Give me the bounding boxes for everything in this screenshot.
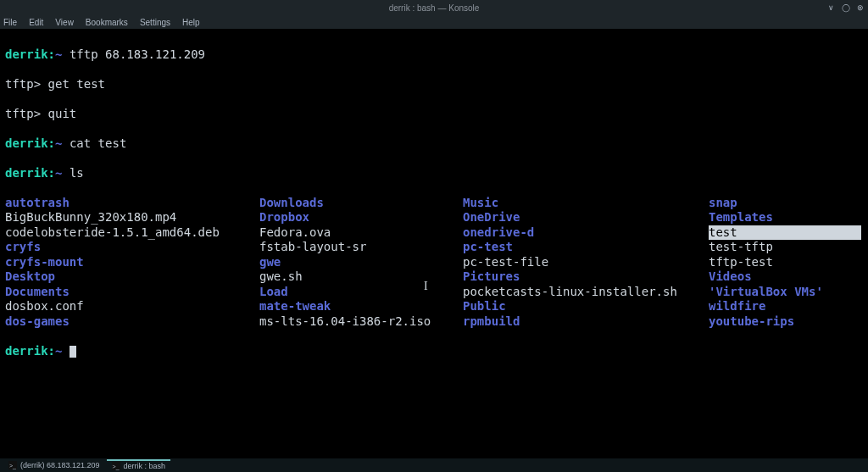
- minimize-icon[interactable]: ∨: [826, 3, 836, 13]
- ls-item: codelobsteride-1.5.1_amd64.deb: [5, 225, 259, 241]
- taskbar-item-bash[interactable]: >_ derrik : bash: [107, 459, 171, 471]
- taskbar-label: derrik : bash: [124, 462, 166, 470]
- terminal-line: derrik:~ tftp 68.183.121.209: [5, 47, 863, 63]
- ls-item: BigBuckBunny_320x180.mp4: [5, 210, 259, 225]
- prompt-sep: :: [48, 47, 55, 61]
- terminal-line: derrik:~: [5, 344, 863, 359]
- ls-item: Downloads: [259, 196, 463, 211]
- prompt-sep: :: [48, 344, 55, 358]
- ls-item: autotrash: [5, 196, 259, 211]
- ls-item: Desktop: [5, 269, 259, 285]
- menu-help[interactable]: Help: [182, 18, 200, 27]
- terminal-line: derrik:~ ls: [5, 166, 863, 181]
- taskbar-label: (derrik) 68.183.121.209: [20, 461, 100, 469]
- text-cursor-icon: I: [424, 280, 428, 293]
- menubar: File Edit View Bookmarks Settings Help: [0, 15, 868, 29]
- ls-item: Templates: [709, 210, 861, 225]
- ls-col-1: autotrashBigBuckBunny_320x180.mp4codelob…: [5, 196, 259, 330]
- ls-item: fstab-layout-sr: [259, 240, 463, 255]
- titlebar: derrik : bash — Konsole ∨ ◯ ⊗: [0, 0, 868, 15]
- ls-item: wildfire: [709, 299, 861, 314]
- ls-item: test-tftp: [709, 240, 861, 255]
- prompt-arrow: [62, 47, 69, 61]
- ls-item: Documents: [5, 285, 259, 300]
- ls-item: dosbox.conf: [5, 299, 259, 314]
- ls-item: tftp-test: [709, 255, 861, 270]
- menu-file[interactable]: File: [3, 18, 17, 27]
- ls-item: ms-lts-16.04-i386-r2.iso: [259, 314, 463, 330]
- taskbar: >_ (derrik) 68.183.121.209 >_ derrik : b…: [0, 458, 868, 472]
- ls-item: mate-tweak: [259, 299, 463, 314]
- terminal-line: tftp> get test: [5, 77, 863, 92]
- ls-item: onedrive-d: [463, 225, 709, 241]
- ls-item: gwe: [259, 255, 463, 270]
- ls-item: dos-games: [5, 314, 259, 330]
- ls-item: Pictures: [463, 269, 709, 285]
- menu-settings[interactable]: Settings: [140, 18, 170, 27]
- ls-item: pc-test-file: [463, 255, 709, 270]
- maximize-icon[interactable]: ◯: [841, 3, 850, 13]
- prompt-arrow: [62, 344, 69, 358]
- prompt-user: derrik: [5, 166, 48, 180]
- ls-item: Videos: [709, 269, 861, 285]
- terminal-icon: >_: [8, 461, 17, 469]
- ls-col-3: MusicOneDriveonedrive-dpc-testpc-test-fi…: [463, 196, 709, 330]
- terminal-area[interactable]: derrik:~ tftp 68.183.121.209 tftp> get t…: [0, 29, 868, 458]
- prompt-sep: :: [48, 136, 55, 150]
- cmd-cat: cat test: [70, 136, 126, 150]
- cmd-tftp: tftp 68.183.121.209: [70, 47, 205, 61]
- prompt-arrow: [62, 166, 69, 180]
- prompt-sep: :: [48, 166, 55, 180]
- ls-col-2: DownloadsDropboxFedora.ovafstab-layout-s…: [259, 196, 463, 330]
- terminal-line: tftp> quit: [5, 107, 863, 122]
- ls-item: Load: [259, 285, 463, 300]
- taskbar-item-ssh[interactable]: >_ (derrik) 68.183.121.209: [3, 459, 105, 471]
- close-icon[interactable]: ⊗: [855, 3, 865, 13]
- ls-item: youtube-rips: [709, 314, 861, 330]
- ls-output: autotrashBigBuckBunny_320x180.mp4codelob…: [5, 196, 863, 330]
- ls-item: cryfs-mount: [5, 255, 259, 270]
- ls-item: snap: [709, 196, 861, 211]
- ls-item: pc-test: [463, 240, 709, 255]
- ls-item: 'VirtualBox VMs': [709, 285, 861, 300]
- ls-item: gwe.sh: [259, 269, 463, 285]
- ls-col-4: snapTemplatestesttest-tftptftp-testVideo…: [709, 196, 861, 330]
- ls-item: cryfs: [5, 240, 259, 255]
- ls-item: Music: [463, 196, 709, 211]
- cmd-ls: ls: [70, 166, 84, 180]
- ls-item: test: [709, 225, 861, 241]
- cursor-block: [70, 346, 76, 358]
- prompt-user: derrik: [5, 47, 48, 61]
- prompt-arrow: [62, 136, 69, 150]
- ls-item: Public: [463, 299, 709, 314]
- menu-view[interactable]: View: [55, 18, 74, 27]
- menu-edit[interactable]: Edit: [29, 18, 43, 27]
- ls-item: Fedora.ova: [259, 225, 463, 241]
- ls-item: Dropbox: [259, 210, 463, 225]
- window-title: derrik : bash — Konsole: [389, 3, 480, 13]
- prompt-user: derrik: [5, 136, 48, 150]
- ls-item: pocketcasts-linux-installer.sh: [463, 285, 709, 300]
- ls-item: rpmbuild: [463, 314, 709, 330]
- menu-bookmarks[interactable]: Bookmarks: [86, 18, 128, 27]
- terminal-icon: >_: [112, 462, 120, 470]
- terminal-line: derrik:~ cat test: [5, 136, 863, 152]
- ls-item: OneDrive: [463, 210, 709, 225]
- window-controls: ∨ ◯ ⊗: [826, 3, 865, 13]
- prompt-user: derrik: [5, 344, 48, 358]
